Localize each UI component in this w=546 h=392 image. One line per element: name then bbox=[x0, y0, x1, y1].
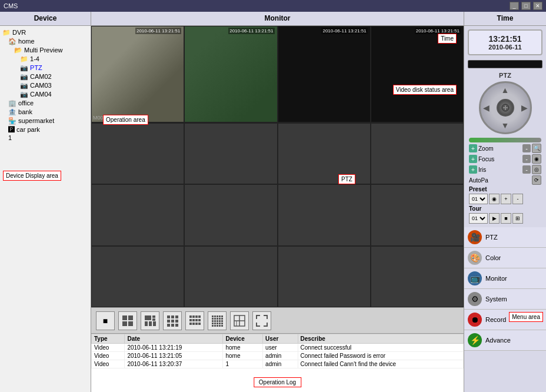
iris-plus-button[interactable]: + bbox=[469, 165, 477, 174]
zoom-icon-button[interactable]: 🔍 bbox=[532, 144, 541, 153]
ptz-up-arrow[interactable]: ▲ bbox=[501, 85, 510, 95]
tree-1-4[interactable]: 📁 1-4 bbox=[2, 55, 88, 64]
focus-icon-button[interactable]: ◉ bbox=[532, 154, 541, 164]
tree-ptz[interactable]: 📷 PTZ bbox=[2, 64, 88, 72]
svg-rect-7 bbox=[145, 321, 148, 326]
menu-advance[interactable]: ⚡ Advance bbox=[464, 330, 546, 351]
menu-ptz[interactable]: 🎥 PTZ bbox=[464, 227, 546, 248]
autopa-icon-button[interactable]: ⟳ bbox=[532, 175, 541, 185]
tree-carpark[interactable]: 🅿 car park bbox=[2, 125, 88, 134]
tour-label: Tour bbox=[469, 205, 541, 212]
ptz-menu-icon: 🎥 bbox=[468, 230, 482, 244]
ptz-speed-slider[interactable] bbox=[469, 138, 541, 142]
svg-rect-38 bbox=[217, 318, 218, 320]
grid-cell-11[interactable] bbox=[278, 246, 371, 307]
tree-dvr[interactable]: 📁 DVR bbox=[2, 28, 88, 37]
menu-system[interactable]: ⚙ System bbox=[464, 289, 546, 310]
tour-grid-button[interactable]: ⊞ bbox=[512, 213, 523, 224]
preset-remove-button[interactable]: - bbox=[512, 194, 523, 204]
grid-cell-9[interactable] bbox=[91, 246, 184, 307]
grid-cell-5[interactable] bbox=[91, 184, 184, 245]
grid-cell-3[interactable] bbox=[278, 123, 371, 184]
date-value: 2010-06-11 bbox=[471, 44, 539, 51]
zoom-plus-button[interactable]: + bbox=[469, 144, 477, 152]
tree-1[interactable]: 1 bbox=[2, 134, 88, 142]
svg-rect-18 bbox=[175, 324, 178, 327]
svg-rect-32 bbox=[214, 315, 216, 317]
device-tree: 📁 DVR 🏠 home 📂 Multi Preview 📁 1-4 📷 PTZ… bbox=[0, 26, 91, 392]
camera-cell-3[interactable]: 2010-06-11 13:21:51 bbox=[278, 26, 371, 122]
svg-rect-20 bbox=[192, 315, 195, 318]
svg-rect-3 bbox=[128, 321, 133, 326]
window-controls[interactable]: _ □ ✕ bbox=[510, 2, 542, 10]
svg-rect-19 bbox=[189, 315, 192, 318]
grid-cell-8[interactable] bbox=[371, 184, 464, 245]
svg-rect-36 bbox=[212, 318, 214, 320]
log-device-2: home bbox=[223, 352, 263, 360]
tree-cam02[interactable]: 📷 CAM02 bbox=[2, 72, 88, 81]
close-button[interactable]: ✕ bbox=[533, 2, 542, 10]
sixteen-view-button[interactable] bbox=[208, 311, 227, 330]
tree-home[interactable]: 🏠 home bbox=[2, 37, 88, 46]
svg-rect-49 bbox=[219, 323, 221, 324]
menu-color[interactable]: 🎨 Color bbox=[464, 248, 546, 268]
grid-cell-1[interactable] bbox=[91, 123, 184, 184]
ptz-down-arrow[interactable]: ▼ bbox=[501, 121, 510, 130]
tree-multipreview[interactable]: 📂 Multi Preview bbox=[2, 46, 88, 55]
quad-view-button[interactable] bbox=[118, 311, 137, 330]
svg-rect-47 bbox=[214, 323, 216, 324]
ptz-right-arrow[interactable]: ▶ bbox=[521, 103, 528, 112]
preset-add-button[interactable]: + bbox=[501, 194, 511, 204]
grid-cell-7[interactable] bbox=[278, 184, 371, 245]
tour-stop-button[interactable]: ■ bbox=[501, 213, 511, 224]
tour-play-button[interactable]: ▶ bbox=[489, 213, 500, 224]
tree-bank[interactable]: 🏦 bank bbox=[2, 108, 88, 117]
grid-cell-12[interactable] bbox=[371, 246, 464, 307]
autopa-label: AutoPa bbox=[469, 177, 531, 184]
cam-timestamp-3: 2010-06-11 13:21:51 bbox=[321, 28, 367, 34]
iris-icon-button[interactable]: ◎ bbox=[532, 165, 541, 174]
tree-cam03[interactable]: 📷 CAM03 bbox=[2, 81, 88, 90]
camera-cell-1[interactable]: M003 5-W51.3 T.200 2010-06-11 13:21:51 bbox=[91, 26, 184, 122]
svg-rect-29 bbox=[195, 323, 198, 325]
svg-rect-13 bbox=[167, 320, 170, 323]
grid-cell-10[interactable] bbox=[184, 246, 277, 307]
menu-monitor[interactable]: 📺 Monitor bbox=[464, 268, 546, 289]
maximize-button[interactable]: □ bbox=[521, 2, 531, 10]
preset-select[interactable]: 01 bbox=[469, 194, 488, 204]
iris-minus-button[interactable]: - bbox=[522, 165, 531, 174]
tree-cam04[interactable]: 📷 CAM04 bbox=[2, 90, 88, 99]
cam-timestamp-2: 2010-06-11 13:21:51 bbox=[228, 28, 274, 34]
svg-rect-11 bbox=[171, 315, 174, 318]
twelve-view-button[interactable] bbox=[185, 311, 204, 330]
single-view-button[interactable]: ■ bbox=[96, 311, 115, 330]
tour-select[interactable]: 01 bbox=[469, 213, 488, 224]
grid-cell-6[interactable] bbox=[184, 184, 277, 245]
tree-supermarket[interactable]: 🏪 supermarket bbox=[2, 117, 88, 125]
ptz-left-arrow[interactable]: ◀ bbox=[483, 103, 490, 112]
svg-rect-34 bbox=[219, 315, 221, 317]
advance-menu-label: Advance bbox=[485, 337, 511, 344]
minimize-button[interactable]: _ bbox=[510, 2, 519, 10]
svg-rect-41 bbox=[212, 320, 214, 322]
six-view-button[interactable] bbox=[141, 311, 159, 330]
focus-plus-button[interactable]: + bbox=[469, 155, 477, 163]
system-menu-icon: ⚙ bbox=[468, 292, 482, 306]
svg-rect-17 bbox=[171, 324, 174, 327]
tree-office[interactable]: 🏢 office bbox=[2, 99, 88, 108]
custom-view-button[interactable] bbox=[230, 311, 249, 330]
focus-minus-button[interactable]: - bbox=[522, 155, 531, 163]
system-menu-label: System bbox=[485, 295, 507, 303]
fullscreen-button[interactable] bbox=[252, 311, 271, 330]
log-row-3: Video 2010-06-11 13:20:37 1 admin Connec… bbox=[92, 360, 464, 368]
ptz-center-button[interactable] bbox=[497, 99, 514, 117]
zoom-minus-button[interactable]: - bbox=[522, 144, 531, 152]
preset-set-button[interactable]: ◉ bbox=[489, 194, 500, 204]
ptz-joystick[interactable]: ▲ ▼ ◀ ▶ bbox=[479, 81, 532, 134]
svg-rect-50 bbox=[221, 323, 223, 324]
grid-cell-4[interactable] bbox=[371, 123, 464, 184]
grid-cell-2[interactable] bbox=[184, 123, 277, 184]
color-menu-icon: 🎨 bbox=[468, 251, 482, 265]
nine-view-button[interactable] bbox=[163, 311, 182, 330]
camera-cell-2[interactable]: 2010-06-11 13:21:51 bbox=[184, 26, 277, 122]
